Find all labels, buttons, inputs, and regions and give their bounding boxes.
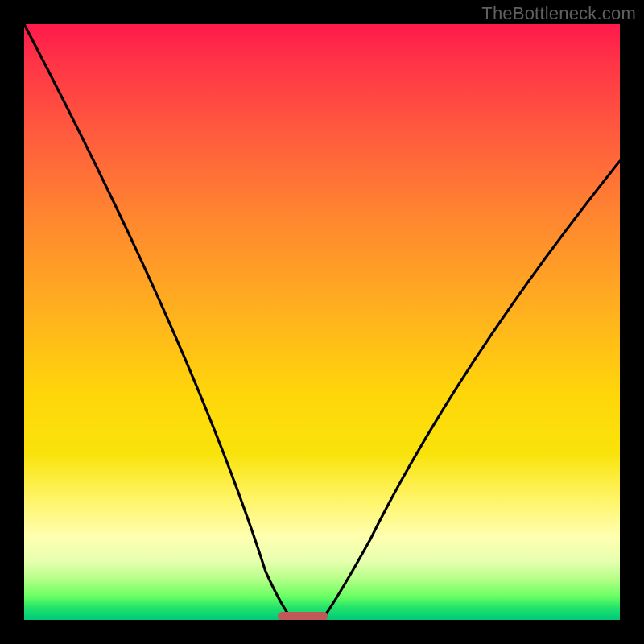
right-curve [322, 161, 620, 620]
curves-layer [24, 24, 620, 620]
watermark-text: TheBottleneck.com [481, 3, 636, 24]
plot-area [24, 24, 620, 620]
left-curve [24, 24, 292, 620]
chart-frame: TheBottleneck.com [0, 0, 644, 644]
optimal-marker [278, 612, 328, 620]
